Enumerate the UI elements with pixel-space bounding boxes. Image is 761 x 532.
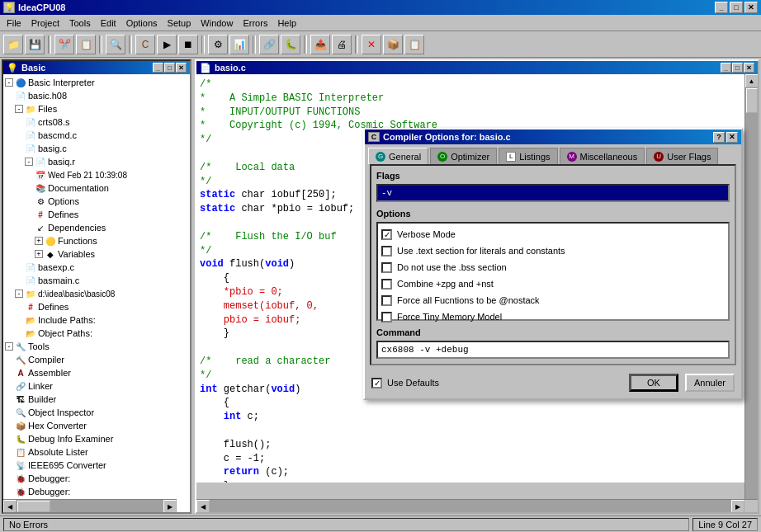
tree-item-basic-interpreter[interactable]: - 🔵 Basic Interpreter bbox=[5, 76, 188, 89]
tree-hscrollbar[interactable]: ◀ ▶ bbox=[3, 499, 177, 512]
tree-item-functions[interactable]: + 🟡 Functions bbox=[5, 234, 188, 247]
toolbar-save[interactable]: 💾 bbox=[25, 35, 45, 54]
tree-item-object-inspector[interactable]: 🔍 Object Inspector bbox=[5, 406, 188, 419]
checkbox-tiny-memory-input[interactable] bbox=[381, 312, 392, 322]
toolbar-find[interactable]: 🔍 bbox=[106, 35, 125, 54]
checkbox-no-bss-input[interactable] bbox=[381, 262, 392, 273]
tree-item-basigc[interactable]: 📄 basig.c bbox=[5, 142, 188, 155]
menu-help[interactable]: Help bbox=[272, 16, 301, 30]
checkbox-verbose-input[interactable] bbox=[381, 229, 392, 240]
tab-optimizer[interactable]: O Optimizer bbox=[430, 148, 497, 164]
tab-listings[interactable]: L Listings bbox=[499, 148, 557, 164]
project-tree: - 🔵 Basic Interpreter 📄 basic.h08 - 📁 Fi… bbox=[3, 74, 190, 512]
menu-errors[interactable]: Errors bbox=[238, 16, 272, 30]
tree-item-variables[interactable]: + ◆ Variables bbox=[5, 247, 188, 261]
tree-item-ieee695[interactable]: 📡 IEEE695 Converter bbox=[5, 459, 188, 472]
dialog-help-btn[interactable]: ? bbox=[713, 132, 725, 143]
expand-basic08dir[interactable]: - bbox=[15, 290, 23, 298]
toolbar-extra3[interactable]: 📋 bbox=[404, 35, 424, 54]
editor-close[interactable]: ✕ bbox=[744, 63, 754, 73]
tree-item-basiqr[interactable]: - 📄 basiq.r bbox=[5, 155, 188, 168]
dialog-close-btn[interactable]: ✕ bbox=[726, 132, 738, 143]
toolbar-cut[interactable]: ✂️ bbox=[54, 35, 74, 54]
tree-item-basic08dir[interactable]: - 📁 d:\idea\basic\basic08 bbox=[5, 287, 188, 300]
toolbar-new[interactable]: 📁 bbox=[3, 35, 23, 54]
checkbox-combine-input[interactable] bbox=[381, 279, 392, 290]
toolbar-link[interactable]: 🔗 bbox=[259, 35, 279, 54]
tree-item-bascmdc[interactable]: 📄 bascmd.c bbox=[5, 129, 188, 142]
expand-tools[interactable]: - bbox=[5, 342, 13, 351]
expand-functions[interactable]: + bbox=[35, 237, 43, 245]
editor-hscroll-left[interactable]: ◀ bbox=[196, 500, 210, 513]
tree-item-files[interactable]: - 📁 Files bbox=[5, 102, 188, 115]
menu-file[interactable]: File bbox=[2, 16, 26, 30]
expand-basiqr[interactable]: - bbox=[25, 158, 33, 166]
editor-hscroll-right[interactable]: ▶ bbox=[731, 500, 744, 513]
maximize-button[interactable]: □ bbox=[730, 2, 743, 13]
tree-item-defines[interactable]: # Defines bbox=[5, 208, 188, 221]
tree-item-basmaing[interactable]: 📄 basmain.c bbox=[5, 274, 188, 287]
expand-basic-interpreter[interactable]: - bbox=[5, 78, 13, 87]
tree-item-linker[interactable]: 🔗 Linker bbox=[5, 379, 188, 393]
tree-item-object-paths[interactable]: 📂 Object Paths: bbox=[5, 327, 188, 340]
toolbar-debug[interactable]: 🐛 bbox=[281, 35, 300, 54]
hscroll-left[interactable]: ◀ bbox=[3, 500, 17, 513]
tree-item-basexpc[interactable]: 📄 basexp.c bbox=[5, 261, 188, 274]
use-defaults-checkbox[interactable] bbox=[371, 378, 382, 388]
toolbar-stop[interactable]: ⏹ bbox=[178, 35, 198, 54]
close-button[interactable]: ✕ bbox=[744, 2, 758, 13]
toolbar-compile[interactable]: C bbox=[135, 35, 155, 54]
toolbar-extra2[interactable]: 📦 bbox=[383, 35, 403, 54]
tree-item-abs-lister[interactable]: 📋 Absolute Lister bbox=[5, 445, 188, 459]
menu-project[interactable]: Project bbox=[26, 16, 64, 30]
command-input[interactable] bbox=[376, 341, 730, 359]
tab-userflags[interactable]: U User Flags bbox=[646, 148, 718, 164]
toolbar-print[interactable]: 🖨 bbox=[332, 35, 352, 54]
tree-item-tools[interactable]: - 🔧 Tools bbox=[5, 340, 188, 353]
editor-minimize[interactable]: _ bbox=[721, 63, 731, 73]
minimize-button[interactable]: _ bbox=[715, 2, 728, 13]
checkbox-force-functions-input[interactable] bbox=[381, 295, 392, 306]
flags-input[interactable] bbox=[376, 184, 730, 202]
toolbar-copy[interactable]: 📋 bbox=[76, 35, 96, 54]
toolbar-export[interactable]: 📤 bbox=[310, 35, 330, 54]
toolbar-extra1[interactable]: ✕ bbox=[362, 35, 381, 54]
tree-item-assembler[interactable]: A Assembler bbox=[5, 366, 188, 379]
toolbar-run[interactable]: ▶ bbox=[157, 35, 177, 54]
expand-files[interactable]: - bbox=[15, 105, 23, 113]
tree-item-debugger2[interactable]: 🐞 Debugger: bbox=[5, 485, 188, 498]
tree-item-debugger1[interactable]: 🐞 Debugger: bbox=[5, 472, 188, 485]
hscroll-thumb[interactable] bbox=[17, 501, 50, 512]
tree-minimize[interactable]: _ bbox=[153, 63, 163, 73]
menu-setup[interactable]: Setup bbox=[163, 16, 196, 30]
menu-edit[interactable]: Edit bbox=[96, 16, 121, 30]
tree-item-basic-h08[interactable]: 📄 basic.h08 bbox=[5, 89, 188, 102]
tree-item-dependencies[interactable]: ↙ Dependencies bbox=[5, 221, 188, 234]
tab-general[interactable]: G General bbox=[368, 148, 428, 164]
menu-options[interactable]: Options bbox=[121, 16, 163, 30]
toolbar-chart[interactable]: 📊 bbox=[229, 35, 249, 54]
editor-maximize[interactable]: □ bbox=[732, 63, 743, 73]
menu-window[interactable]: Window bbox=[196, 16, 238, 30]
tab-misc[interactable]: M Miscellaneous bbox=[560, 148, 645, 164]
toolbar-settings[interactable]: ⚙ bbox=[208, 35, 228, 54]
tree-item-options[interactable]: ⚙ Options bbox=[5, 195, 188, 208]
tree-item-defines2[interactable]: # Defines bbox=[5, 300, 188, 313]
tree-item-debug-examiner[interactable]: 🐛 Debug Info Examiner bbox=[5, 432, 188, 445]
cancel-button[interactable]: Annuler bbox=[685, 374, 735, 392]
tree-maximize[interactable]: □ bbox=[164, 63, 175, 73]
tree-item-documentation[interactable]: 📚 Documentation bbox=[5, 181, 188, 195]
tree-item-builder[interactable]: 🏗 Builder bbox=[5, 393, 188, 406]
hscroll-right[interactable]: ▶ bbox=[163, 500, 177, 513]
tree-item-include-paths[interactable]: 📂 Include Paths: bbox=[5, 313, 188, 327]
tree-item-compiler[interactable]: 🔨 Compiler bbox=[5, 353, 188, 366]
ok-button[interactable]: OK bbox=[629, 374, 678, 392]
vscroll-thumb[interactable] bbox=[746, 88, 758, 113]
checkbox-text-section-input[interactable] bbox=[381, 246, 392, 257]
tree-item-crts08s[interactable]: 📄 crts08.s bbox=[5, 115, 188, 129]
tree-close[interactable]: ✕ bbox=[176, 63, 187, 73]
tree-item-hex-converter[interactable]: 📦 Hex Converter bbox=[5, 419, 188, 432]
menu-tools[interactable]: Tools bbox=[64, 16, 96, 30]
expand-variables[interactable]: + bbox=[35, 250, 43, 258]
vscroll-up[interactable]: ▲ bbox=[745, 74, 759, 87]
